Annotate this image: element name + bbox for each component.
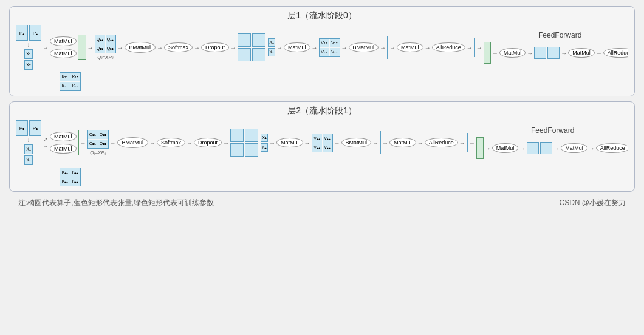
- l2-matmul1-node: MatMul: [50, 132, 77, 141]
- layer2-diagram: P₁ P₂ ↓ X₁ X₂ ↗ → MatMul MatMul → Q₁₁: [16, 119, 628, 166]
- l2-k-matrix: K₁₁ K₁₂ K₂₁ K₂₂: [60, 168, 81, 186]
- qij-formula: Qᵢⱼ=XPᵢⱼ: [97, 55, 113, 60]
- l2-q-matrix: Q₁₁ Q₁₂ Q₂₁ Q₂₂: [87, 130, 109, 149]
- l2-dropout-node: Dropout: [194, 138, 222, 147]
- v-matrix: V₁₁ V₁₂ V₂₁ V₂₂: [319, 38, 340, 57]
- layer2-title: 层2（流水阶段1）: [16, 106, 628, 117]
- l2-bmatmul2-node: BMatMul: [341, 138, 372, 147]
- layer1-k-row: K₁₁ K₁₂ K₂₁ K₂₂: [16, 72, 628, 91]
- footnote-right: CSDN @小媛在努力: [559, 198, 626, 208]
- blue-tensor-after-allreduce1: [474, 38, 475, 57]
- matmul1-node: MatMul: [50, 36, 77, 46]
- l2-green-ff-param: [476, 137, 484, 159]
- l2-blue-tensor-mid: [380, 131, 381, 154]
- matmul5-node: MatMul: [568, 48, 595, 58]
- l2-qij-formula: Qᵢⱼ=XPᵢⱼ: [90, 150, 106, 155]
- p1-node: P₁: [16, 25, 28, 41]
- bmatmul2-node: BMatMul: [349, 42, 379, 52]
- green-ff-param1: [484, 42, 491, 64]
- matmul3-node: MatMul: [397, 42, 423, 52]
- layer2-input-group: P₁ P₂ ↓ X₁ X₂: [16, 120, 41, 165]
- l2-matmul3-node: MatMul: [389, 138, 416, 147]
- footnote: 注:椭圆代表算子,蓝色矩形代表张量,绿色矩形代表可训练参数 CSDN @小媛在努…: [6, 198, 638, 208]
- l2-ff-label: FeedForward: [531, 126, 574, 135]
- dropout1-node: Dropout: [201, 42, 229, 52]
- l2-allreduce1-node: AllReduce: [425, 138, 458, 147]
- layer1-left-matmul-group: MatMul MatMul: [50, 36, 77, 58]
- l2-bmatmul1-node: BMatMul: [117, 137, 149, 148]
- l2-blue-after-allreduce1: [467, 133, 468, 152]
- bmatmul1-node: BMatMul: [125, 42, 156, 53]
- layer2-box: 层2（流水阶段1） P₁ P₂ ↓ X₁ X₂ ↗ → MatMul MatMu…: [9, 101, 635, 192]
- l2-matmul5-node: MatMul: [561, 143, 587, 153]
- l2-matmul4-node: MatMul: [492, 143, 519, 153]
- footnote-left: 注:椭圆代表算子,蓝色矩形代表张量,绿色矩形代表可训练参数: [18, 198, 214, 208]
- allreduce2-node: AllReduce: [603, 48, 628, 58]
- green-param-left: [78, 35, 86, 60]
- layer1-box: 层1（流水阶段0） P₁ P₂ ↓ X₁ X₂ → MatMul MatMul: [9, 6, 635, 96]
- layer1-input-group: P₁ P₂ ↓ X₁ X₂: [16, 25, 41, 70]
- blue-tensor-mid: [387, 36, 388, 59]
- l2-softmax-node: Softmax: [157, 138, 185, 147]
- layer2-k-row: K₁₁ K₁₂ K₂₁ K₂₂: [16, 168, 628, 186]
- matmul4-node: MatMul: [499, 48, 526, 58]
- p2-node: P₂: [29, 25, 41, 41]
- layer2-left-matmul-group: MatMul MatMul: [50, 132, 77, 154]
- matmul2-node: MatMul: [50, 49, 77, 58]
- q-matrix: Q₁₁ Q₁₂ Q₂₁ Q₂₂: [95, 35, 116, 53]
- layer1-diagram: P₁ P₂ ↓ X₁ X₂ → MatMul MatMul → Q₁₁ Q: [16, 24, 628, 71]
- l2-matmul-v-node: MatMul: [276, 138, 303, 147]
- l2-v-matrix: V₁₁ V₁₂ V₂₁ V₂₂: [312, 134, 333, 152]
- ff1-label: FeedForward: [538, 31, 581, 39]
- l2-matmul2-node: MatMul: [50, 144, 77, 154]
- softmax1-node: Softmax: [164, 42, 193, 52]
- k-matrix1: K₁₁ K₁₂ K₂₁ K₂₂: [60, 72, 81, 91]
- matmul-v-node: MatMul: [284, 42, 310, 52]
- allreduce1-node: AllReduce: [432, 42, 465, 52]
- l2-allreduce2-node: AllReduce: [596, 143, 628, 153]
- layer1-title: 层1（流水阶段0）: [16, 10, 628, 21]
